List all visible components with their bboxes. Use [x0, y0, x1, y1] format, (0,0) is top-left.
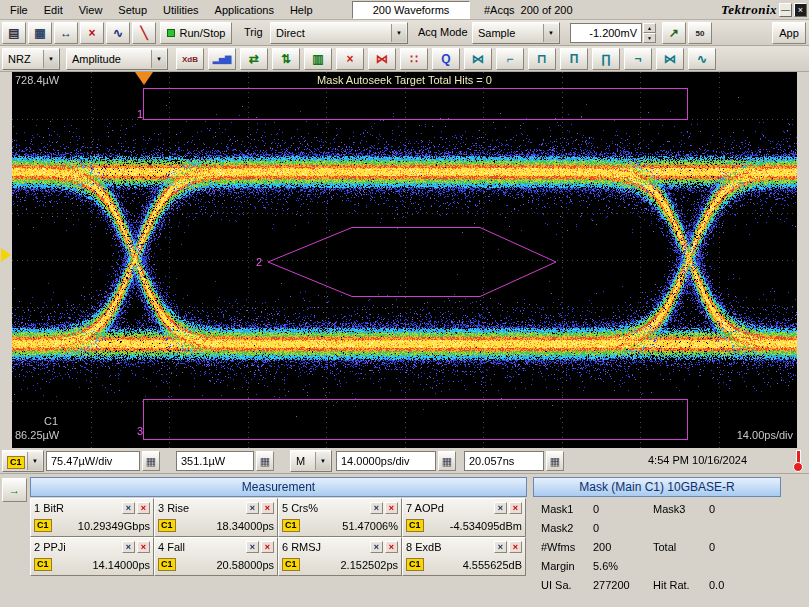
channel-select[interactable]: C1 ▼: [2, 450, 44, 472]
menu-view[interactable]: View: [71, 0, 111, 20]
mask-stat-value: [709, 557, 789, 576]
stats-icon[interactable]: ×: [246, 502, 259, 514]
mask-clear-icon[interactable]: ×: [80, 22, 104, 44]
acq-mode-label: Acq Mode: [418, 26, 468, 38]
waveform-icon[interactable]: ∿: [106, 22, 130, 44]
termination-50ohm-icon[interactable]: 50: [688, 22, 712, 44]
menu-item-list: FileEditViewSetupUtilitiesApplicationsHe…: [2, 0, 321, 20]
run-stop-button[interactable]: Run/Stop: [160, 22, 232, 44]
rise-edge-icon[interactable]: ⌐: [496, 48, 524, 70]
square-wave-icon[interactable]: Π: [560, 48, 588, 70]
mask-stat-row: Margin5.6%: [533, 557, 789, 576]
stats-icon[interactable]: ×: [370, 541, 383, 553]
measurement-label: 7 AOPd: [406, 502, 492, 514]
stats-icon[interactable]: ×: [122, 541, 135, 553]
remove-measurement-icon[interactable]: ×: [261, 541, 274, 553]
thermometer-icon: [792, 450, 804, 472]
gated-region-icon[interactable]: ▥: [304, 48, 332, 70]
trigger-level-spinner[interactable]: ▲ ▼: [643, 23, 656, 43]
mask-eye-icon[interactable]: ⋈: [368, 48, 396, 70]
xdb-icon[interactable]: XdB: [176, 48, 204, 70]
measurement-cell: 5 Crs%××C151.47006%: [278, 498, 402, 537]
marker-icon-glyph: ╲: [140, 26, 147, 40]
remove-measurement-icon[interactable]: ×: [137, 541, 150, 553]
stats-icon[interactable]: ×: [122, 502, 135, 514]
eye-height-icon[interactable]: ⋈: [656, 48, 684, 70]
remove-measurement-icon[interactable]: ×: [261, 502, 274, 514]
period-icon[interactable]: ∿: [688, 48, 716, 70]
waveform-count-readout: 200 Waveforms: [352, 1, 470, 19]
chevron-down-icon: ▼: [43, 50, 58, 68]
menu-help[interactable]: Help: [282, 0, 321, 20]
vertical-scale-field[interactable]: 75.47µW/div: [46, 451, 140, 471]
trigger-position-marker[interactable]: [135, 72, 153, 85]
keypad-icon[interactable]: ▦: [546, 451, 564, 471]
remove-measurement-icon[interactable]: ×: [137, 502, 150, 514]
pulse-width-icon[interactable]: ⊓: [528, 48, 556, 70]
remove-measurement-icon[interactable]: ×: [385, 502, 398, 514]
keypad-icon[interactable]: ▦: [256, 451, 274, 471]
source-channel-badge: C1: [282, 519, 300, 532]
q-factor-icon[interactable]: Q: [432, 48, 460, 70]
rz-pulse-icon[interactable]: ∏: [592, 48, 620, 70]
minimize-button[interactable]: —: [779, 3, 792, 17]
print-icon[interactable]: ▤: [2, 22, 26, 44]
mask-statistics: Mask10Mask30Mask20#Wfms200Total0Margin5.…: [533, 500, 789, 595]
mask-hits-icon[interactable]: ∷: [400, 48, 428, 70]
horizontal-position-field[interactable]: 20.057ns: [464, 451, 544, 471]
stats-icon[interactable]: ×: [370, 502, 383, 514]
main-toolbar: ▤▦↔×∿╲ Run/Stop Trig Direct ▼ Acq Mode S…: [0, 20, 809, 46]
stats-icon[interactable]: ×: [246, 541, 259, 553]
app-button[interactable]: App: [772, 22, 806, 44]
measurement-value: 18.34000ps: [176, 520, 274, 532]
channel-position-marker[interactable]: [1, 248, 11, 262]
panel-menu-button[interactable]: →: [2, 478, 27, 502]
keypad-icon[interactable]: ▦: [142, 451, 160, 471]
spin-down-icon[interactable]: ▼: [643, 33, 656, 43]
menu-file[interactable]: File: [2, 0, 36, 20]
spin-up-icon[interactable]: ▲: [643, 23, 656, 33]
cursors-icon[interactable]: ↔: [54, 22, 78, 44]
menu-utilities[interactable]: Utilities: [155, 0, 206, 20]
menu-applications[interactable]: Applications: [207, 0, 282, 20]
swap-horizontal-icon[interactable]: ⇄: [240, 48, 268, 70]
stats-icon[interactable]: ×: [494, 502, 507, 514]
mask-stat-label: UI Sa.: [541, 576, 593, 595]
channel-label: C1: [44, 415, 58, 427]
remove-measurement-icon[interactable]: ×: [509, 541, 522, 553]
measurement-label: 4 Fall: [158, 541, 244, 553]
menu-edit[interactable]: Edit: [36, 0, 71, 20]
mask-panel-header: Mask (Main C1) 10GBASE-R: [533, 477, 781, 497]
eye-width-icon[interactable]: ⋈: [464, 48, 492, 70]
mask-autoseek-status: Mask Autoseek Target Total Hits = 0: [317, 74, 492, 86]
swap-vertical-icon[interactable]: ⇅: [272, 48, 300, 70]
measurement-cell: 3 Rise××C118.34000ps: [154, 498, 278, 537]
histogram-icon[interactable]: ▂▅▇: [208, 48, 236, 70]
marker-icon[interactable]: ╲: [132, 22, 156, 44]
chevron-down-icon: ▼: [27, 452, 42, 470]
signal-type-select[interactable]: NRZ ▼: [2, 48, 60, 70]
trigger-level-field[interactable]: -1.200mV: [570, 23, 642, 43]
stats-icon[interactable]: ×: [494, 541, 507, 553]
close-button[interactable]: ×: [794, 3, 807, 17]
mask-stat-value: 0.0: [709, 576, 789, 595]
remove-measurement-icon[interactable]: ×: [385, 541, 398, 553]
acqs-label: #Acqs: [484, 4, 515, 16]
measure-category-select[interactable]: Amplitude ▼: [66, 48, 168, 70]
mask-delete-icon[interactable]: ×: [336, 48, 364, 70]
acq-mode-select[interactable]: Sample ▼: [472, 22, 560, 44]
eye-width-icon-glyph: ⋈: [472, 52, 484, 66]
swap-horizontal-icon-glyph: ⇄: [249, 52, 259, 66]
trigger-slope-icon[interactable]: ↗: [662, 22, 686, 44]
menu-setup[interactable]: Setup: [110, 0, 155, 20]
eye-height-icon-glyph: ⋈: [664, 52, 676, 66]
source-channel-badge: C1: [282, 558, 300, 571]
horizontal-scale-field[interactable]: 14.0000ps/div: [336, 451, 436, 471]
keypad-icon[interactable]: ▦: [438, 451, 456, 471]
trigger-source-select[interactable]: Direct ▼: [270, 22, 408, 44]
vertical-position-field[interactable]: 351.1µW: [176, 451, 254, 471]
display-window-icon[interactable]: ▦: [28, 22, 52, 44]
timebase-select[interactable]: M ▼: [290, 450, 332, 472]
remove-measurement-icon[interactable]: ×: [509, 502, 522, 514]
fall-edge-icon[interactable]: ¬: [624, 48, 652, 70]
